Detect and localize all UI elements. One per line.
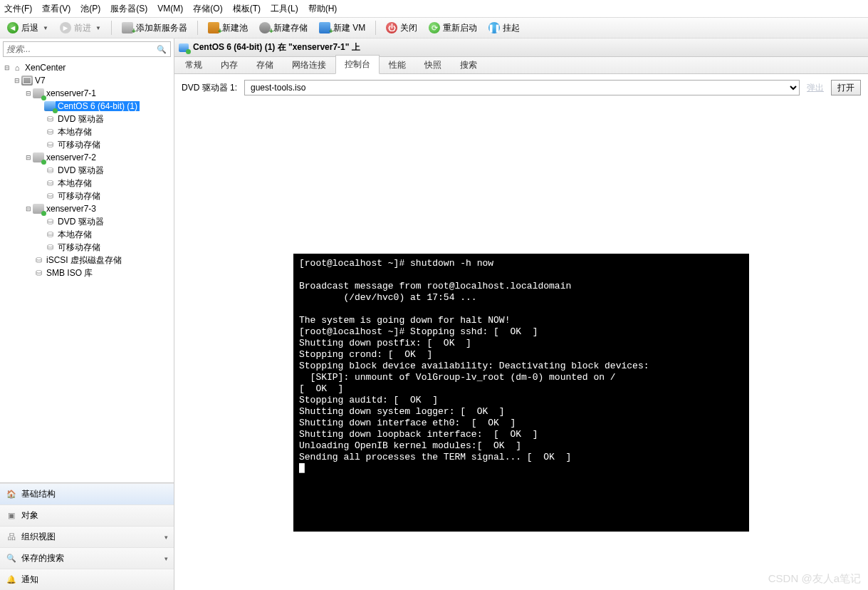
- tab-1[interactable]: 内存: [211, 56, 247, 74]
- tab-4[interactable]: 控制台: [335, 55, 380, 74]
- tree-label: 本地存储: [56, 229, 94, 241]
- separator: [111, 21, 112, 35]
- tree-item[interactable]: ⛁DVD 驱动器: [0, 215, 174, 228]
- reboot-label: 重新启动: [443, 22, 477, 34]
- storage-icon: ⛁: [44, 165, 56, 175]
- tree-item[interactable]: ⛁本地存储: [0, 177, 174, 190]
- tree-item[interactable]: ⛁DVD 驱动器: [0, 113, 174, 125]
- reboot-button[interactable]: ⟳ 重新启动: [424, 21, 481, 36]
- nav-tree[interactable]: ⊟⌂XenCenter⊟V7⊟xenserver7-1CentOS 6 (64-…: [0, 60, 174, 482]
- menu-pool[interactable]: 池(P): [80, 3, 100, 15]
- toggle-icon[interactable]: ⊟: [24, 90, 33, 97]
- storage-icon: ⛁: [44, 242, 56, 252]
- forward-button[interactable]: ► 前进 ▼: [56, 21, 105, 36]
- back-label: 后退: [21, 22, 38, 34]
- new-storage-button[interactable]: 新建存储: [255, 21, 312, 36]
- tab-7[interactable]: 搜索: [451, 56, 486, 74]
- menu-file[interactable]: 文件(F): [4, 3, 32, 15]
- suspend-label: 挂起: [503, 22, 520, 34]
- tab-5[interactable]: 性能: [380, 56, 415, 74]
- nav-notifications[interactable]: 🔔 通知: [0, 569, 174, 590]
- tree-item[interactable]: ⛁可移动存储: [0, 241, 174, 254]
- org-icon: 品: [6, 532, 17, 543]
- toggle-icon[interactable]: ⊟: [13, 77, 21, 84]
- tree-pool[interactable]: ⊟V7: [0, 74, 174, 87]
- separator: [197, 21, 198, 35]
- tree-host-1[interactable]: ⊟xenserver7-2: [0, 151, 174, 164]
- back-button[interactable]: ◄ 后退 ▼: [3, 21, 53, 36]
- add-server-icon: [122, 22, 133, 33]
- shutdown-label: 关闭: [400, 22, 417, 34]
- menu-server[interactable]: 服务器(S): [110, 3, 147, 15]
- search-icon[interactable]: 🔍: [156, 43, 167, 55]
- menu-storage[interactable]: 存储(O): [193, 3, 222, 15]
- back-arrow-icon: ◄: [7, 22, 19, 33]
- dvd-drive-select[interactable]: guest-tools.iso: [244, 80, 800, 95]
- nav-org-views[interactable]: 品 组织视图 ▾: [0, 526, 174, 547]
- menu-help[interactable]: 帮助(H): [308, 3, 338, 15]
- tree-label: 可移动存储: [56, 190, 103, 202]
- tab-2[interactable]: 存储: [247, 56, 283, 74]
- new-vm-label: 新建 VM: [333, 22, 365, 34]
- nav-label: 保存的搜索: [21, 552, 64, 564]
- storage-icon: ⛁: [44, 217, 56, 227]
- chevron-down-icon: ▾: [164, 534, 168, 541]
- tree-label: XenCenter: [23, 63, 68, 73]
- tree-item[interactable]: ⛁可移动存储: [0, 138, 174, 151]
- menu-bar: 文件(F) 查看(V) 池(P) 服务器(S) VM(M) 存储(O) 模板(T…: [0, 0, 868, 17]
- menu-view[interactable]: 查看(V): [42, 3, 70, 15]
- nav-objects[interactable]: ▣ 对象: [0, 504, 174, 526]
- search-saved-icon: 🔍: [6, 553, 17, 564]
- eject-link[interactable]: 弹出: [807, 82, 824, 94]
- nav-infrastructure[interactable]: 🏠 基础结构: [0, 483, 174, 504]
- toggle-icon[interactable]: ⊟: [24, 205, 33, 212]
- power-icon: ⏻: [386, 22, 397, 33]
- tree-item[interactable]: ⛁可移动存储: [0, 190, 174, 202]
- server-icon: [33, 88, 44, 98]
- tree-item[interactable]: ⛁iSCSI 虚拟磁盘存储: [0, 254, 174, 266]
- tree-item[interactable]: ⛁本地存储: [0, 125, 174, 138]
- tree-item[interactable]: ⛁本地存储: [0, 228, 174, 241]
- pool-icon: [21, 76, 33, 86]
- chevron-down-icon: ▼: [43, 25, 48, 31]
- toggle-icon[interactable]: ⊟: [24, 154, 33, 161]
- tree-host-2[interactable]: ⊟xenserver7-3: [0, 202, 174, 215]
- tab-content-console: DVD 驱动器 1: guest-tools.iso 弹出 打开 [root@l…: [174, 74, 868, 590]
- nav-saved-searches[interactable]: 🔍 保存的搜索 ▾: [0, 547, 174, 569]
- add-server-button[interactable]: 添加新服务器: [117, 21, 192, 36]
- tree-label: CentOS 6 (64-bit) (1): [56, 101, 140, 111]
- nav-label: 基础结构: [21, 488, 56, 500]
- storage-icon: ⛁: [44, 127, 56, 137]
- search-box[interactable]: 🔍: [3, 41, 171, 57]
- toggle-icon[interactable]: ⊟: [3, 64, 11, 71]
- open-button[interactable]: 打开: [831, 80, 861, 95]
- dvd-drive-label: DVD 驱动器 1:: [182, 82, 237, 94]
- tree-root[interactable]: ⊟⌂XenCenter: [0, 61, 174, 74]
- tree-item[interactable]: CentOS 6 (64-bit) (1): [0, 100, 174, 113]
- tree-label: xenserver7-1: [44, 88, 98, 98]
- vm-icon: [179, 43, 189, 52]
- menu-tools[interactable]: 工具(L): [271, 3, 298, 15]
- vm-console[interactable]: [root@localhost ~]# shutdown -h now Broa…: [293, 254, 749, 532]
- new-pool-button[interactable]: 新建池: [204, 21, 252, 36]
- tab-0[interactable]: 常规: [176, 56, 211, 74]
- shutdown-button[interactable]: ⏻ 关闭: [382, 21, 422, 36]
- suspend-button[interactable]: ❚❚ 挂起: [484, 21, 524, 36]
- add-server-label: 添加新服务器: [136, 22, 187, 34]
- tab-6[interactable]: 快照: [415, 56, 451, 74]
- search-input[interactable]: [6, 44, 156, 54]
- tree-label: xenserver7-2: [44, 152, 98, 162]
- tree-item[interactable]: ⛁SMB ISO 库: [0, 266, 174, 279]
- menu-vm[interactable]: VM(M): [157, 4, 183, 14]
- tab-3[interactable]: 网络连接: [283, 56, 335, 74]
- new-vm-button[interactable]: 新建 VM: [315, 21, 370, 36]
- tree-host-0[interactable]: ⊟xenserver7-1: [0, 87, 174, 100]
- storage-icon: ⛁: [33, 255, 44, 265]
- bottom-nav: 🏠 基础结构 ▣ 对象 品 组织视图 ▾ 🔍 保存的搜索 ▾ 🔔 通知: [0, 482, 174, 590]
- tree-label: DVD 驱动器: [56, 113, 106, 125]
- pause-icon: ❚❚: [488, 22, 500, 33]
- detail-tabs: 常规内存存储网络连接控制台性能快照搜索: [174, 57, 868, 74]
- tree-item[interactable]: ⛁DVD 驱动器: [0, 164, 174, 177]
- menu-template[interactable]: 模板(T): [233, 3, 261, 15]
- new-storage-label: 新建存储: [273, 22, 308, 34]
